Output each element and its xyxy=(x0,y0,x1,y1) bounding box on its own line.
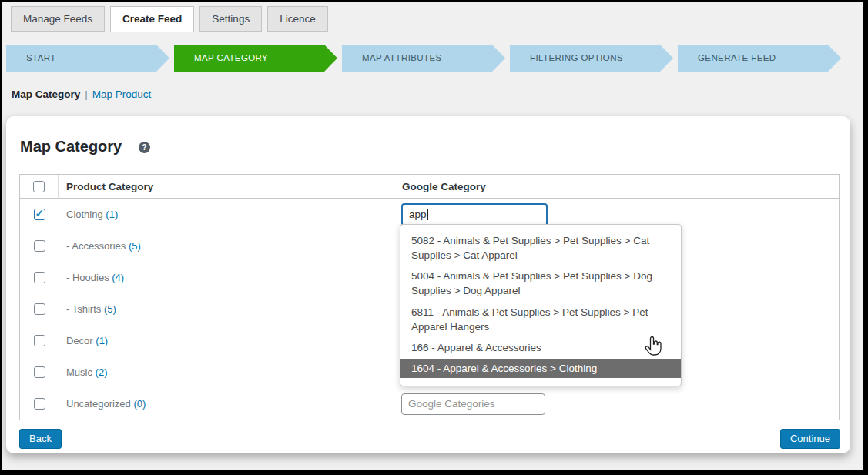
dropdown-item[interactable]: 6811 - Animals & Pet Supplies > Pet Supp… xyxy=(400,303,681,336)
app-window: Manage Feeds Create Feed Settings Licenc… xyxy=(2,2,863,470)
tab-licence[interactable]: Licence xyxy=(267,6,328,32)
wizard-step-map-category[interactable]: MAP CATEGORY xyxy=(174,45,337,72)
google-category-input[interactable]: app xyxy=(401,203,548,226)
row-checkbox[interactable] xyxy=(34,366,45,378)
text-caret xyxy=(427,209,428,220)
column-header-google-category: Google Category xyxy=(394,175,839,199)
category-name: Clothing xyxy=(66,209,103,220)
back-button[interactable]: Back xyxy=(19,429,62,449)
google-category-input[interactable] xyxy=(401,393,545,415)
breadcrumb: Map Category|Map Product xyxy=(12,89,151,100)
dropdown-item[interactable]: 166 - Apparel & Accessories xyxy=(400,338,681,357)
wizard-step-map-attributes[interactable]: MAP ATTRIBUTES xyxy=(342,45,505,72)
help-icon[interactable]: ? xyxy=(139,142,150,153)
category-name: Uncategorized xyxy=(66,398,131,410)
category-name: - Tshirts xyxy=(66,303,101,315)
subnav-map-category: Map Category xyxy=(12,89,80,100)
category-count[interactable]: (4) xyxy=(112,272,124,283)
category-count[interactable]: (1) xyxy=(106,209,118,220)
category-count[interactable]: (1) xyxy=(96,335,108,346)
category-count[interactable]: (0) xyxy=(133,398,146,410)
row-checkbox[interactable] xyxy=(34,209,45,220)
category-name: Music xyxy=(66,366,92,378)
category-count[interactable]: (5) xyxy=(129,240,141,252)
wizard-step-filtering-options[interactable]: FILTERING OPTIONS xyxy=(510,45,673,72)
category-name: - Hoodies xyxy=(66,272,109,283)
google-category-dropdown: 5082 - Animals & Pet Supplies > Pet Supp… xyxy=(400,224,682,386)
tab-manage-feeds[interactable]: Manage Feeds xyxy=(11,6,105,32)
category-count[interactable]: (2) xyxy=(96,366,108,378)
row-checkbox[interactable] xyxy=(34,398,45,410)
continue-button[interactable]: Continue xyxy=(780,429,840,449)
dropdown-item-highlighted[interactable]: 1604 - Apparel & Accessories > Clothing xyxy=(400,359,681,378)
wizard-step-start[interactable]: START xyxy=(6,45,169,72)
row-checkbox[interactable] xyxy=(34,303,45,315)
tab-bar: Manage Feeds Create Feed Settings Licenc… xyxy=(11,6,328,32)
column-header-product-category: Product Category xyxy=(59,175,394,199)
page-title: Map Category xyxy=(20,138,122,156)
row-checkbox[interactable] xyxy=(34,335,45,346)
table-row-uncategorized: Uncategorized (0) xyxy=(20,388,839,420)
category-count[interactable]: (5) xyxy=(104,303,116,315)
wizard-steps: START MAP CATEGORY MAP ATTRIBUTES FILTER… xyxy=(6,45,841,72)
table-header: Product Category Google Category xyxy=(20,175,839,199)
subnav-map-product-link[interactable]: Map Product xyxy=(92,89,152,100)
category-name: - Accessories xyxy=(66,240,126,252)
dropdown-item[interactable]: 5004 - Animals & Pet Supplies > Pet Supp… xyxy=(400,266,681,300)
screenshot-frame: Manage Feeds Create Feed Settings Licenc… xyxy=(0,0,868,475)
tab-create-feed[interactable]: Create Feed xyxy=(110,6,194,32)
row-checkbox[interactable] xyxy=(34,272,45,283)
subnav-separator: | xyxy=(85,89,88,100)
category-name: Decor xyxy=(66,335,93,346)
wizard-step-generate-feed[interactable]: GENERATE FEED xyxy=(678,45,841,72)
dropdown-item[interactable]: 5082 - Animals & Pet Supplies > Pet Supp… xyxy=(400,231,681,265)
row-checkbox[interactable] xyxy=(34,240,45,252)
tab-settings[interactable]: Settings xyxy=(199,6,262,32)
input-text: app xyxy=(409,209,427,220)
select-all-checkbox[interactable] xyxy=(33,181,45,192)
